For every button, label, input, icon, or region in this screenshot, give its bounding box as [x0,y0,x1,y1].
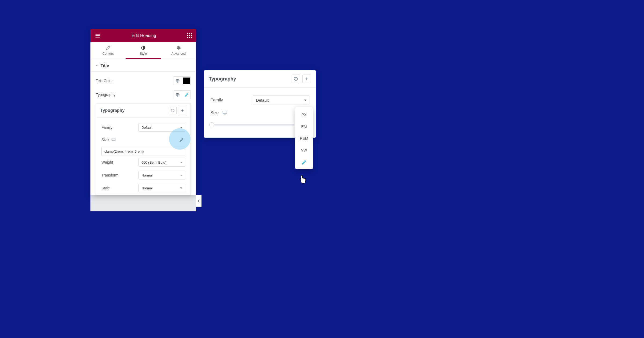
tab-advanced[interactable]: Advanced [161,42,196,59]
typography-label: Typography [96,93,115,97]
add-button[interactable] [302,75,311,83]
slider-thumb[interactable] [209,122,214,127]
svg-rect-21 [223,111,227,114]
typography-controls [173,90,191,99]
panel-collapse-handle[interactable] [196,195,202,207]
flyout-header: Typography [204,70,316,88]
apps-grid-icon[interactable] [187,33,192,38]
caret-down-icon [180,175,182,176]
section-body: Text Color Typography Typogr [90,72,196,195]
family-value: Default [141,126,152,130]
responsive-device-icon[interactable] [111,138,116,142]
svg-rect-10 [189,37,190,38]
tab-content-label: Content [103,52,114,56]
field-weight: Weight 600 (Semi Bold) [101,156,185,169]
reset-button[interactable] [169,107,177,114]
caret-down-icon [180,162,182,163]
color-swatch[interactable] [182,77,191,85]
size-custom-input[interactable] [101,147,185,156]
typography-popover: Typography Family Default [96,103,191,195]
weight-value: 600 (Semi Bold) [141,160,166,164]
family-select[interactable]: Default [138,123,185,132]
field-family: Family Default [101,121,185,134]
svg-rect-17 [112,138,115,141]
panel-header: Edit Heading [90,29,196,42]
unit-option-rem[interactable]: REM [295,133,313,144]
style-label: Style [101,186,110,190]
unit-option-vw[interactable]: VW [295,144,313,156]
style-select[interactable]: Normal [138,184,185,192]
unit-option-custom[interactable] [295,156,313,168]
unit-option-px[interactable]: PX [295,109,313,121]
flyout-family-label: Family [210,98,223,102]
caret-down-icon [96,65,98,66]
globe-icon[interactable] [173,91,182,99]
size-slider[interactable] [210,124,294,126]
editor-sidebar: Edit Heading Content Style Advanced Titl… [90,29,196,195]
flyout-size-label: Size [210,111,219,115]
tab-style[interactable]: Style [126,42,161,59]
section-title-label: Title [101,63,109,68]
flyout-family-select[interactable]: Default [253,95,309,105]
cursor-pointer-icon [299,175,308,185]
family-label: Family [101,125,112,130]
svg-rect-4 [189,33,190,34]
typography-edit-button[interactable] [182,91,191,99]
flyout-size-slider-row [210,118,309,131]
unit-dropdown: PX EM REM VW [295,107,313,169]
svg-rect-6 [187,35,188,36]
flyout-family-value: Default [256,98,269,102]
svg-rect-3 [187,33,188,34]
hamburger-menu-icon[interactable] [95,33,101,39]
text-color-controls [173,76,191,85]
flyout-field-size: Size [210,108,309,118]
tab-style-label: Style [140,52,147,56]
svg-rect-11 [191,37,192,38]
typography-popover-header: Typography [96,104,191,118]
field-style: Style Normal [101,182,185,194]
transform-select[interactable]: Normal [138,171,185,179]
svg-rect-8 [191,35,192,36]
panel-tabs: Content Style Advanced [90,42,196,59]
typography-popover-body: Family Default Size [96,118,191,195]
responsive-device-icon[interactable] [222,110,227,116]
flyout-title: Typography [209,76,236,82]
add-button[interactable] [179,107,186,114]
section-header-title[interactable]: Title [90,59,196,72]
text-color-label: Text Color [96,79,113,83]
globe-icon[interactable] [173,77,182,85]
row-text-color: Text Color [96,74,191,88]
transform-label: Transform [101,173,118,177]
tab-advanced-label: Advanced [171,52,186,56]
svg-rect-5 [191,33,192,34]
unit-option-em[interactable]: EM [295,121,313,133]
caret-down-icon [180,188,182,189]
reset-button[interactable] [292,75,300,83]
weight-label: Weight [101,160,113,164]
panel-title: Edit Heading [131,33,156,38]
size-edit-button[interactable] [178,136,185,144]
row-typography: Typography [96,88,191,102]
style-value: Normal [141,186,153,190]
transform-value: Normal [141,173,153,177]
caret-down-icon [180,127,182,128]
typography-popover-title: Typography [100,108,125,113]
field-transform: Transform Normal [101,169,185,182]
size-label: Size [101,138,109,142]
weight-select[interactable]: 600 (Semi Bold) [138,158,185,167]
field-size: Size [101,134,185,146]
flyout-field-family: Family Default [210,93,309,108]
caret-down-icon [304,100,306,101]
svg-rect-7 [189,35,190,36]
svg-rect-9 [187,37,188,38]
tab-content[interactable]: Content [90,42,126,59]
